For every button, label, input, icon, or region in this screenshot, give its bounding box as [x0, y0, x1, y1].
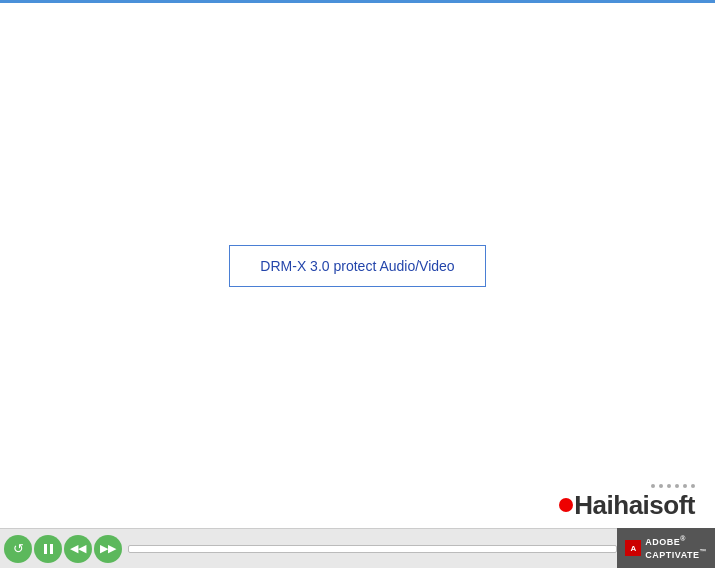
forward-button[interactable]: ▶▶	[94, 535, 122, 563]
dot-3	[667, 484, 671, 488]
adobe-logo-text: A	[630, 544, 636, 553]
trademark-mark: ™	[700, 548, 708, 555]
dot-5	[683, 484, 687, 488]
adobe-captivate-badge: A ADOBE® CAPTIVATE™	[617, 528, 715, 568]
logo-red-circle	[559, 498, 573, 512]
logo-dots	[651, 484, 695, 488]
forward-icon: ▶▶	[100, 542, 116, 555]
replay-button[interactable]: ↺	[4, 535, 32, 563]
rewind-button[interactable]: ◀◀	[64, 535, 92, 563]
rewind-icon: ◀◀	[70, 542, 86, 555]
dot-4	[675, 484, 679, 488]
pause-icon	[44, 544, 53, 554]
dot-2	[659, 484, 663, 488]
main-content: DRM-X 3.0 protect Audio/Video	[0, 3, 715, 528]
registered-mark: ®	[680, 535, 686, 542]
playback-toolbar: ↺ ◀◀ ▶▶ 🔊 ✕ i A ADOBE®	[0, 528, 715, 568]
pause-button[interactable]	[34, 535, 62, 563]
dot-6	[691, 484, 695, 488]
logo-text: Haihaisoft	[559, 492, 695, 518]
haihaisoft-logo: Haihaisoft	[559, 484, 695, 518]
progress-bar[interactable]	[128, 545, 617, 553]
replay-icon: ↺	[13, 541, 24, 556]
adobe-logo-icon: A	[625, 540, 641, 556]
drm-message-box: DRM-X 3.0 protect Audio/Video	[229, 245, 485, 287]
adobe-captivate-text: ADOBE® CAPTIVATE™	[645, 535, 707, 561]
drm-message-text: DRM-X 3.0 protect Audio/Video	[260, 258, 454, 274]
dot-1	[651, 484, 655, 488]
